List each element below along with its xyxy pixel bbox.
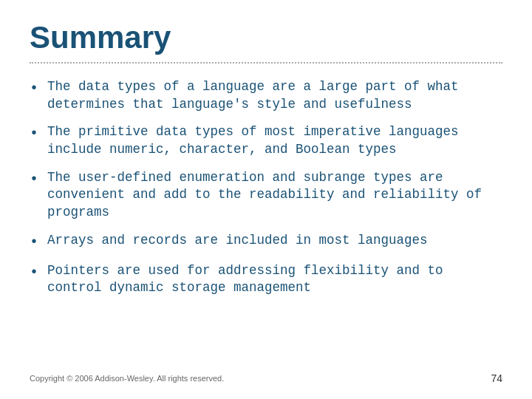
bullet-dot-3: •	[30, 169, 38, 189]
bullet-text-1: The data types of a language are a large…	[47, 78, 502, 113]
slide-footer: Copyright © 2006 Addison-Wesley. All rig…	[30, 366, 502, 384]
bullet-dot-2: •	[30, 123, 38, 143]
bullet-text-2: The primitive data types of most imperat…	[47, 123, 502, 158]
bullet-text-5: Pointers are used for addressing flexibi…	[47, 262, 502, 297]
title-divider	[30, 62, 502, 64]
list-item: • The user-defined enumeration and subra…	[30, 169, 502, 222]
list-item: • The data types of a language are a lar…	[30, 78, 502, 113]
bullet-text-3: The user-defined enumeration and subrang…	[47, 169, 502, 222]
copyright-text: Copyright © 2006 Addison-Wesley. All rig…	[30, 374, 224, 383]
list-item: • The primitive data types of most imper…	[30, 123, 502, 158]
list-item: • Arrays and records are included in mos…	[30, 232, 502, 252]
bullet-text-4: Arrays and records are included in most …	[47, 232, 502, 250]
slide: Summary • The data types of a language a…	[0, 0, 532, 399]
slide-title: Summary	[30, 21, 502, 55]
list-item: • Pointers are used for addressing flexi…	[30, 262, 502, 297]
page-number: 74	[491, 372, 502, 384]
bullet-list: • The data types of a language are a lar…	[30, 78, 502, 366]
bullet-dot-4: •	[30, 232, 38, 252]
bullet-dot-5: •	[30, 262, 38, 282]
bullet-dot-1: •	[30, 78, 38, 98]
